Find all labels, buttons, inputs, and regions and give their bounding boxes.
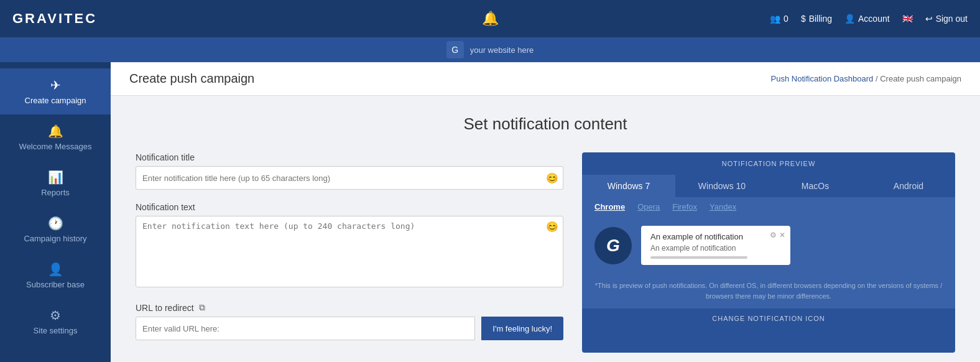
history-icon: 🕐 [48, 216, 63, 231]
sidebar-label-campaign-history: Campaign history [24, 234, 86, 243]
browser-tab-chrome[interactable]: Chrome [594, 202, 625, 211]
sidebar-label-create-campaign: Create campaign [25, 96, 86, 105]
breadcrumb-bar: Create push campaign Push Notification D… [111, 62, 980, 96]
tab-android[interactable]: Android [862, 175, 955, 197]
breadcrumb-parent-link[interactable]: Push Notification Dashboard [771, 74, 874, 83]
signout-link[interactable]: ↩ Sign out [925, 14, 968, 24]
sidebar-item-campaign-history[interactable]: 🕐 Campaign history [0, 207, 111, 253]
notification-preview-text: An example of notification [650, 244, 772, 253]
bell-sidebar-icon: 🔔 [48, 124, 63, 139]
notification-title-group: Notification title 😊 [136, 152, 563, 190]
form-left: Notification title 😊 Notification text 😊 [136, 152, 563, 353]
preview-os-tabs: Windows 7 Windows 10 MacOs Android [582, 175, 955, 197]
bell-notification-button[interactable]: 🔔 [482, 11, 499, 27]
tab-windows10[interactable]: Windows 10 [675, 175, 769, 197]
content-area: Set notification content Notification ti… [111, 96, 980, 362]
browser-tab-firefox[interactable]: Firefox [672, 202, 697, 211]
page-title: Create push campaign [129, 72, 254, 86]
notification-gear-icon[interactable]: ⚙ [770, 231, 777, 239]
language-selector[interactable]: 🇬🇧 [902, 14, 913, 24]
text-emoji-button[interactable]: 😊 [546, 221, 558, 233]
site-name: your website here [470, 45, 534, 55]
site-icon: G [446, 41, 464, 58]
account-link[interactable]: 👤 Account [844, 14, 890, 24]
lucky-button[interactable]: I'm feeling lucky! [481, 317, 563, 340]
top-nav-right: 👥 0 $ Billing 👤 Account 🇬🇧 ↩ Sign out [770, 14, 968, 24]
url-input[interactable] [136, 317, 475, 340]
sidebar-item-site-settings[interactable]: ⚙ Site settings [0, 299, 111, 345]
title-emoji-button[interactable]: 😊 [546, 172, 558, 184]
sidebar: ✈ Create campaign 🔔 Welcome Messages 📊 R… [0, 62, 111, 362]
sidebar-item-subscriber-base[interactable]: 👤 Subscriber base [0, 253, 111, 299]
user-icon: 👤 [844, 14, 855, 24]
preview-disclaimer: *This is preview of push notifications. … [582, 274, 955, 309]
bell-icon: 🔔 [482, 11, 499, 26]
change-icon-label: CHANGE NOTIFICATION ICON [582, 309, 955, 328]
sidebar-label-reports: Reports [41, 188, 70, 197]
preview-notification-area: G An example of notification An example … [582, 216, 955, 274]
signout-label: Sign out [936, 14, 968, 24]
preview-panel: NOTIFICATION PREVIEW Windows 7 Windows 1… [582, 152, 955, 353]
main-layout: ✈ Create campaign 🔔 Welcome Messages 📊 R… [0, 62, 980, 362]
dollar-icon: $ [801, 14, 806, 24]
account-label: Account [858, 14, 890, 24]
form-panel: Notification title 😊 Notification text 😊 [136, 152, 955, 353]
settings-icon: ⚙ [50, 308, 61, 323]
person-icon: 👥 [770, 14, 780, 24]
notification-logo: G [594, 227, 632, 264]
url-row: I'm feeling lucky! [136, 317, 563, 340]
top-navigation: GRAVITEC 🔔 👥 0 $ Billing 👤 Account 🇬🇧 ↩ … [0, 0, 980, 37]
notification-box: An example of notification An example of… [641, 226, 790, 265]
section-title: Set notification content [136, 114, 955, 134]
browser-tab-opera[interactable]: Opera [637, 202, 660, 211]
breadcrumb-current: Create push campaign [880, 74, 961, 83]
notification-progress-bar [650, 256, 747, 259]
copy-icon[interactable]: ⧉ [199, 302, 205, 313]
browser-tab-yandex[interactable]: Yandex [710, 202, 736, 211]
breadcrumb: Push Notification Dashboard / Create pus… [771, 74, 961, 83]
sidebar-item-create-campaign[interactable]: ✈ Create campaign [0, 68, 111, 114]
notification-logo-letter: G [606, 236, 620, 256]
notification-title-input[interactable] [136, 166, 563, 190]
billing-link[interactable]: $ Billing [801, 14, 832, 24]
notifications-count: 0 [784, 14, 788, 24]
preview-browser-row: Chrome Opera Firefox Yandex [582, 197, 955, 216]
url-label-row: URL to redirect ⧉ [136, 302, 563, 313]
subscribers-icon: 👤 [48, 262, 63, 277]
brand-logo: GRAVITEC [12, 11, 97, 27]
url-label: URL to redirect [136, 303, 194, 313]
send-icon: ✈ [50, 78, 61, 93]
billing-label: Billing [809, 14, 832, 24]
notification-preview-title: An example of notification [650, 232, 772, 241]
chart-icon: 📊 [48, 170, 63, 185]
tab-macos[interactable]: MacOs [769, 175, 862, 197]
notifications-count-link[interactable]: 👥 0 [770, 14, 788, 24]
sub-navigation: G your website here [0, 37, 980, 62]
sidebar-label-site-settings: Site settings [34, 326, 78, 335]
preview-label: NOTIFICATION PREVIEW [582, 152, 955, 175]
tab-windows7[interactable]: Windows 7 [582, 175, 675, 197]
sidebar-item-welcome-messages[interactable]: 🔔 Welcome Messages [0, 114, 111, 160]
url-group: URL to redirect ⧉ I'm feeling lucky! [136, 302, 563, 340]
sidebar-label-subscriber-base: Subscriber base [26, 280, 85, 289]
sidebar-label-welcome-messages: Welcome Messages [19, 142, 92, 151]
main-content: Create push campaign Push Notification D… [111, 62, 980, 362]
notification-title-wrapper: 😊 [136, 166, 563, 190]
sidebar-item-reports[interactable]: 📊 Reports [0, 160, 111, 207]
flag-icon: 🇬🇧 [902, 14, 913, 24]
notification-title-label: Notification title [136, 152, 563, 162]
signout-icon: ↩ [925, 14, 933, 24]
notification-text-input[interactable] [136, 216, 563, 287]
notification-text-label: Notification text [136, 202, 563, 212]
notification-close-icon[interactable]: ✕ [779, 231, 785, 239]
notification-text-group: Notification text 😊 [136, 202, 563, 290]
notification-text-wrapper: 😊 [136, 216, 563, 290]
